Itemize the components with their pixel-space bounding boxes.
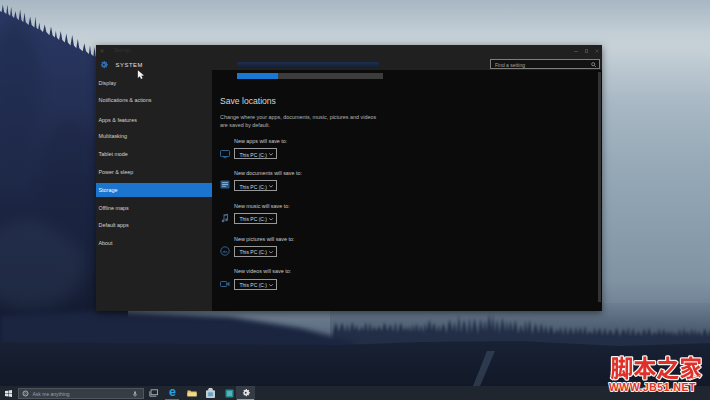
svg-text:WWW.JB51.NET: WWW.JB51.NET — [609, 382, 696, 393]
